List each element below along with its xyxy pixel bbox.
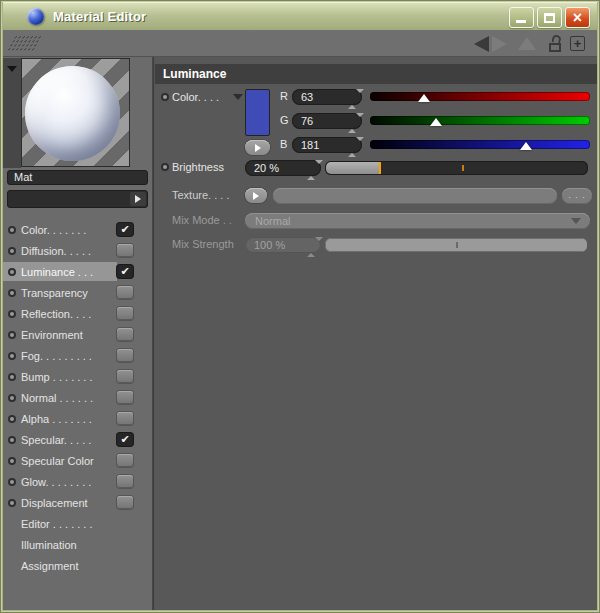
channel-row-environment[interactable]: Environment — [3, 324, 152, 345]
channel-label: Illumination — [21, 539, 77, 551]
brightness-spinner[interactable] — [307, 162, 315, 174]
channel-bullet-icon — [8, 331, 16, 339]
texture-label: Texture. . . . — [172, 189, 229, 201]
title-bar[interactable]: Material Editor × — [3, 2, 597, 30]
minimize-icon — [516, 20, 526, 23]
add-icon[interactable]: + — [570, 36, 585, 51]
mix-mode-dropdown[interactable]: Normal — [245, 213, 590, 229]
channel-row-bump[interactable]: Bump . . . . . . . — [3, 366, 152, 387]
window-title: Material Editor — [53, 9, 146, 24]
r-value-input[interactable]: 63 — [292, 89, 362, 105]
channel-row-luminance[interactable]: Luminance . . .✔ — [3, 261, 152, 282]
channel-bullet-icon — [8, 226, 16, 234]
lock-open-icon[interactable] — [548, 35, 563, 53]
channel-bullet-icon — [8, 310, 16, 318]
channel-checkbox[interactable] — [117, 307, 133, 320]
channel-label: Diffusion. . . . . — [21, 245, 91, 257]
close-button[interactable]: × — [565, 7, 590, 28]
channel-label: Transparency — [21, 287, 88, 299]
channel-row-main: Transparency — [3, 283, 117, 302]
brightness-slider[interactable] — [325, 161, 588, 175]
r-channel-letter: R — [280, 90, 288, 102]
channel-row-displacement[interactable]: Displacement — [3, 492, 152, 513]
close-icon: × — [566, 8, 589, 27]
channel-label: Luminance . . . — [21, 266, 93, 278]
b-gradient-slider[interactable] — [370, 140, 590, 149]
channel-row-specular-color[interactable]: Specular Color — [3, 450, 152, 471]
forward-arrow-icon — [492, 36, 507, 52]
channel-checkbox[interactable] — [117, 349, 133, 362]
preset-dropdown[interactable] — [7, 190, 148, 208]
channel-row-fog[interactable]: Fog. . . . . . . . . — [3, 345, 152, 366]
g-gradient-slider[interactable] — [370, 116, 590, 125]
brightness-value-input[interactable]: 20 % — [245, 160, 321, 176]
channel-row-transparency[interactable]: Transparency — [3, 282, 152, 303]
channel-checkbox[interactable] — [117, 475, 133, 488]
channel-checkbox[interactable] — [117, 244, 133, 257]
mix-strength-value-input[interactable]: 100 % — [245, 237, 321, 253]
channel-checkbox[interactable] — [117, 286, 133, 299]
b-channel-row: B181 — [155, 137, 597, 153]
channel-row-main: Reflection. . . . — [3, 304, 117, 323]
material-name-input[interactable]: Mat — [7, 170, 148, 185]
right-arrow-icon — [135, 195, 141, 203]
r-gradient-slider[interactable] — [370, 92, 590, 101]
channel-bullet-icon — [8, 352, 16, 360]
material-preview[interactable] — [21, 58, 130, 167]
minimize-button[interactable] — [509, 7, 534, 28]
mix-strength-slider[interactable] — [325, 238, 587, 252]
channel-row-editor[interactable]: Editor . . . . . . . — [3, 513, 152, 534]
left-panel: Mat Color. . . . . . .✔Diffusion. . . . … — [3, 57, 152, 610]
channel-label: Color. . . . . . . — [21, 224, 86, 236]
channel-checkbox[interactable] — [117, 454, 133, 467]
channel-checkbox[interactable] — [117, 391, 133, 404]
channel-bullet-icon — [8, 394, 16, 402]
b-spinner[interactable] — [348, 139, 356, 151]
r-spinner[interactable] — [348, 91, 356, 103]
channel-checkbox[interactable]: ✔ — [117, 433, 133, 446]
mix-mode-row: Mix Mode . . Normal — [155, 213, 597, 229]
channel-row-main: Editor . . . . . . . — [3, 514, 117, 533]
mix-mode-value: Normal — [255, 213, 290, 229]
g-slider-handle[interactable] — [430, 118, 442, 126]
texture-options-button[interactable] — [245, 188, 267, 203]
texture-field[interactable] — [273, 188, 557, 204]
channel-checkbox[interactable] — [117, 328, 133, 341]
channel-label: Displacement — [21, 497, 88, 509]
channel-row-glow[interactable]: Glow. . . . . . . . — [3, 471, 152, 492]
channel-row-main: Alpha . . . . . . . — [3, 409, 117, 428]
channel-label: Specular. . . . . — [21, 434, 91, 446]
channel-label: Specular Color — [21, 455, 94, 467]
channel-checkbox[interactable]: ✔ — [117, 265, 133, 278]
g-channel-letter: G — [280, 114, 289, 126]
channel-row-diffusion[interactable]: Diffusion. . . . . — [3, 240, 152, 261]
channel-checkbox[interactable] — [117, 370, 133, 383]
texture-browse-button[interactable]: . . . — [562, 188, 592, 204]
channel-row-main: Environment — [3, 325, 117, 344]
channel-checkbox[interactable] — [117, 412, 133, 425]
channel-row-color[interactable]: Color. . . . . . .✔ — [3, 219, 152, 240]
b-value-input[interactable]: 181 — [292, 137, 362, 153]
mix-strength-spinner[interactable] — [307, 239, 315, 251]
g-spinner[interactable] — [348, 115, 356, 127]
preset-dropdown-button[interactable] — [130, 192, 146, 206]
channel-row-assignment[interactable]: Assignment — [3, 555, 152, 576]
drag-handle-icon[interactable] — [7, 36, 44, 52]
channel-bullet-icon — [8, 415, 16, 423]
channel-label: Normal . . . . . . — [21, 392, 93, 404]
b-slider-handle[interactable] — [520, 142, 532, 150]
g-channel-row: G76 — [155, 113, 597, 129]
channel-checkbox[interactable]: ✔ — [117, 223, 133, 236]
preview-menu-icon[interactable] — [7, 66, 17, 72]
g-value-input[interactable]: 76 — [292, 113, 362, 129]
channel-row-reflection[interactable]: Reflection. . . . — [3, 303, 152, 324]
channel-row-alpha[interactable]: Alpha . . . . . . . — [3, 408, 152, 429]
channel-row-illumination[interactable]: Illumination — [3, 534, 152, 555]
app-sphere-icon — [27, 8, 44, 25]
back-arrow-icon[interactable] — [474, 36, 489, 52]
channel-checkbox[interactable] — [117, 496, 133, 509]
maximize-button[interactable] — [537, 7, 562, 28]
channel-row-normal[interactable]: Normal . . . . . . — [3, 387, 152, 408]
channel-row-specular[interactable]: Specular. . . . .✔ — [3, 429, 152, 450]
r-slider-handle[interactable] — [418, 94, 430, 102]
